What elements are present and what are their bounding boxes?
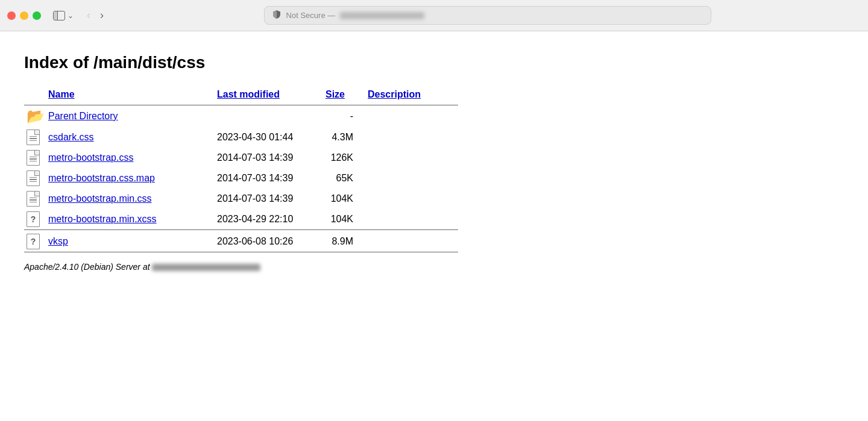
back-button[interactable]: ‹ [83,8,94,23]
description-sort-link[interactable]: Description [368,89,421,99]
doc-icon [27,150,40,166]
file-size-cell: 104K [323,189,365,209]
sidebar-toggle[interactable]: ⌄ [53,11,74,20]
server-footer: Apache/2.4.10 (Debian) Server at [24,262,458,272]
name-column-header: Name [46,87,215,105]
table-row: metro-bootstrap.css2014-07-03 14:39126K [24,148,458,168]
file-description-cell [365,230,458,252]
traffic-lights [7,11,41,20]
icon-col-header [24,87,46,105]
file-size-cell: 126K [323,148,365,168]
table-row: ?vksp2023-06-08 10:268.9M [24,230,458,252]
url-display [340,12,424,19]
file-size-cell: 104K [323,209,365,230]
file-name-cell: metro-bootstrap.min.css [46,189,215,209]
file-icon-cell [24,168,46,189]
sidebar-toggle-icon [53,11,65,20]
file-size-cell: 4.3M [323,127,365,148]
name-sort-link[interactable]: Name [48,89,75,99]
table-row: metro-bootstrap.css.map2014-07-03 14:396… [24,168,458,189]
file-description-cell [365,209,458,230]
file-modified-cell: 2014-07-03 14:39 [215,168,323,189]
doc-icon [27,129,40,145]
file-description-cell [365,127,458,148]
maximize-button[interactable] [33,11,41,20]
file-modified-cell: 2023-06-08 10:26 [215,230,323,252]
file-modified-cell: 2014-07-03 14:39 [215,189,323,209]
unknown-icon: ? [27,234,40,249]
modified-column-header: Last modified [215,87,323,105]
not-secure-label: Not Secure — [286,11,336,20]
directory-table: Name Last modified Size Description 📂Par… [24,87,458,252]
file-link[interactable]: metro-bootstrap.min.css [48,193,152,204]
file-size-cell: 8.9M [323,230,365,252]
file-modified-cell [215,105,323,128]
modified-sort-link[interactable]: Last modified [217,89,280,99]
bottom-separator [24,252,458,253]
file-name-cell: vksp [46,230,215,252]
footer-text: Apache/2.4.10 (Debian) Server at [24,262,150,272]
file-icon-cell: ? [24,230,46,252]
file-icon-cell: ? [24,209,46,230]
size-column-header: Size [323,87,365,105]
file-link[interactable]: Parent Directory [48,111,118,121]
table-row: ?metro-bootstrap.min.xcss2023-04-29 22:1… [24,209,458,230]
file-link[interactable]: vksp [48,236,68,246]
file-icon-cell [24,127,46,148]
size-sort-link[interactable]: Size [326,89,345,99]
file-icon-cell: 📂 [24,105,46,128]
doc-icon [27,170,40,186]
file-link[interactable]: metro-bootstrap.min.xcss [48,214,157,224]
file-description-cell [365,168,458,189]
table-row: csdark.css2023-04-30 01:444.3M [24,127,458,148]
server-address-blurred [152,264,260,271]
page-title: Index of /main/dist/css [24,53,458,72]
file-name-cell: csdark.css [46,127,215,148]
close-button[interactable] [7,11,16,20]
file-modified-cell: 2023-04-30 01:44 [215,127,323,148]
minimize-button[interactable] [20,11,28,20]
file-size-cell: 65K [323,168,365,189]
file-link[interactable]: metro-bootstrap.css.map [48,173,155,183]
file-icon-cell [24,189,46,209]
file-link[interactable]: metro-bootstrap.css [48,152,133,163]
file-name-cell: metro-bootstrap.css [46,148,215,168]
forward-button[interactable]: › [96,8,107,23]
file-name-cell: metro-bootstrap.css.map [46,168,215,189]
table-header-row: Name Last modified Size Description [24,87,458,105]
page-content: Index of /main/dist/css Name Last modifi… [0,31,482,296]
file-description-cell [365,148,458,168]
file-modified-cell: 2023-04-29 22:10 [215,209,323,230]
unknown-icon: ? [27,211,40,227]
file-name-cell: metro-bootstrap.min.xcss [46,209,215,230]
address-bar[interactable]: Not Secure — [264,6,712,25]
table-row: metro-bootstrap.min.css2014-07-03 14:391… [24,189,458,209]
address-bar-container: Not Secure — [115,6,861,25]
file-description-cell [365,189,458,209]
file-description-cell [365,105,458,128]
file-size-cell: - [323,105,365,128]
doc-icon [27,191,40,207]
file-modified-cell: 2014-07-03 14:39 [215,148,323,168]
file-icon-cell [24,148,46,168]
shield-icon [272,10,281,21]
nav-buttons: ‹ › [83,8,107,23]
folder-icon: 📂 [27,108,45,124]
file-name-cell: Parent Directory [46,105,215,128]
file-link[interactable]: csdark.css [48,132,94,142]
description-column-header: Description [365,87,458,105]
table-row: 📂Parent Directory- [24,105,458,128]
browser-chrome: ⌄ ‹ › Not Secure — [0,0,868,31]
